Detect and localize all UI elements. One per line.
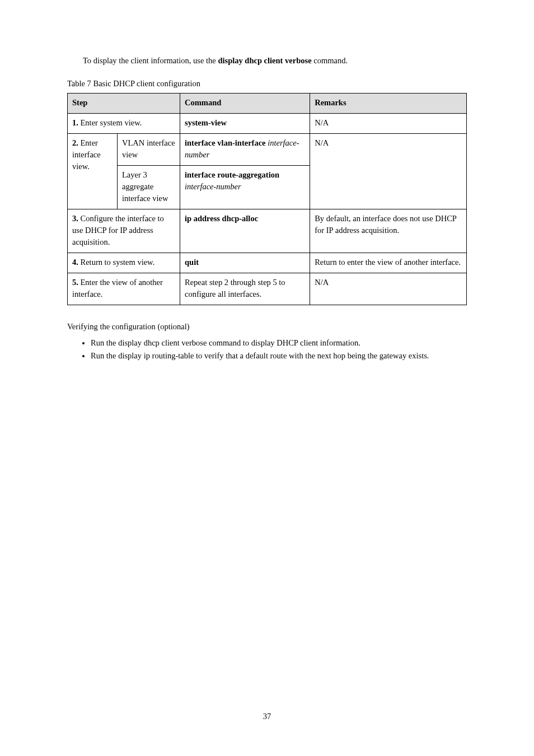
li-text-2: command to display DHCP client informati… xyxy=(207,338,360,347)
cell-command: ip address dhcp-alloc xyxy=(180,209,310,253)
li-cmd: display dhcp client verbose xyxy=(118,338,207,347)
cell-substep: Layer 3 aggregate interface view xyxy=(118,166,180,209)
cell-command: quit xyxy=(180,253,310,273)
cmd-text: system-view xyxy=(185,118,227,127)
list-item: Run the display dhcp client verbose comm… xyxy=(91,337,465,350)
intro-text-1: To display the client information, use t… xyxy=(83,56,218,65)
th-command: Command xyxy=(180,94,310,114)
cmd-text: interface route-aggregation xyxy=(185,170,279,179)
table-row: 1. Enter system view. system-view N/A xyxy=(68,114,467,134)
config-table: Step Command Remarks 1. Enter system vie… xyxy=(67,93,467,305)
step-text: Configure the interface to use DHCP for … xyxy=(72,214,164,246)
th-step: Step xyxy=(68,94,180,114)
li-text-2: to verify that a default route with the … xyxy=(194,351,429,360)
li-cmd: display ip routing-table xyxy=(118,351,194,360)
list-item: Run the display ip routing-table to veri… xyxy=(91,350,465,363)
cmd-arg: interface-number xyxy=(185,182,241,191)
cell-step: 5. Enter the view of another interface. xyxy=(68,273,180,305)
li-text-1: Run the xyxy=(91,338,118,347)
table-header-row: Step Command Remarks xyxy=(68,94,467,114)
table-row: 4. Return to system view. quit Return to… xyxy=(68,253,467,273)
cell-command: interface vlan-interface interface-numbe… xyxy=(180,134,310,166)
table-row: 2. Enter interface view. VLAN interface … xyxy=(68,134,467,166)
cmd-text: quit xyxy=(185,258,199,267)
cell-step: 4. Return to system view. xyxy=(68,253,180,273)
table-row: 3. Configure the interface to use DHCP f… xyxy=(68,209,467,253)
table-row: 5. Enter the view of another interface. … xyxy=(68,273,467,305)
step-num: 5. xyxy=(72,278,81,287)
cell-command: Repeat step 2 through step 5 to configur… xyxy=(180,273,310,305)
cell-remarks: Return to enter the view of another inte… xyxy=(310,253,467,273)
th-remarks: Remarks xyxy=(310,94,467,114)
cell-step: 3. Configure the interface to use DHCP f… xyxy=(68,209,180,253)
intro-cmd: display dhcp client verbose xyxy=(218,56,311,65)
page: To display the client information, use t… xyxy=(0,0,534,756)
cell-step: 1. Enter system view. xyxy=(68,114,180,134)
step-text: Return to system view. xyxy=(81,258,155,267)
cmd-text: ip address dhcp-alloc xyxy=(185,214,258,223)
step-num: 1. xyxy=(72,118,81,127)
step-num: 2. xyxy=(72,138,81,147)
cell-command: system-view xyxy=(180,114,310,134)
cell-remarks: By default, an interface does not use DH… xyxy=(310,209,467,253)
step-num: 4. xyxy=(72,258,81,267)
page-number: 37 xyxy=(0,711,534,722)
step-text: Enter system view. xyxy=(81,118,142,127)
cell-remarks: N/A xyxy=(310,273,467,305)
intro-text-2: command. xyxy=(312,56,348,65)
table-caption: Table 7 Basic DHCP client configuration xyxy=(67,78,465,90)
cell-remarks: N/A xyxy=(310,134,467,209)
cmd-text: interface vlan-interface xyxy=(185,138,266,147)
cell-remarks: N/A xyxy=(310,114,467,134)
li-text-1: Run the xyxy=(91,351,118,360)
cell-command: interface route-aggregation interface-nu… xyxy=(180,166,310,209)
step-num: 3. xyxy=(72,214,81,223)
verify-heading: Verifying the configuration (optional) xyxy=(67,321,465,333)
cell-step: 2. Enter interface view. xyxy=(68,134,118,209)
verify-list: Run the display dhcp client verbose comm… xyxy=(67,337,465,363)
step-text: Enter the view of another interface. xyxy=(72,278,163,298)
cell-substep: VLAN interface view xyxy=(118,134,180,166)
intro-paragraph: To display the client information, use t… xyxy=(67,55,465,67)
